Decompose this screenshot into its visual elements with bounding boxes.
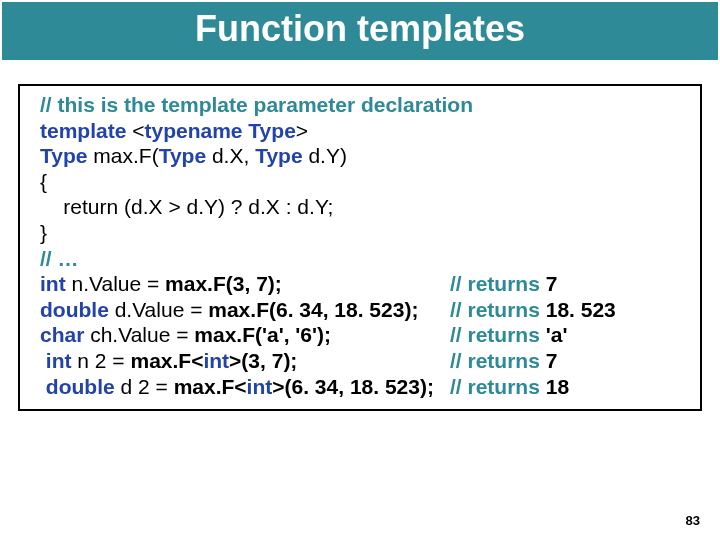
kw-template: template — [40, 119, 126, 142]
brace-close: } — [40, 221, 47, 244]
call-1: max.F(3, 7); — [165, 272, 282, 295]
call-5c: >(6. 34, 18. 523); — [272, 375, 434, 398]
call-2: max.F(6. 34, 18. 523); — [208, 298, 418, 321]
param1-type: Type — [159, 144, 206, 167]
kw-double-1: double — [40, 298, 109, 321]
var-d2: d 2 = — [115, 375, 174, 398]
ret3-val: 'a' — [546, 323, 568, 346]
comment-declaration: // this is the template parameter declar… — [40, 93, 473, 116]
ret1-pre: // returns — [450, 272, 546, 295]
return-type: Type — [40, 144, 87, 167]
brace-open: { — [40, 170, 47, 193]
call-5b: int — [247, 375, 273, 398]
param2-type: Type — [255, 144, 302, 167]
var-chvalue: ch.Value = — [84, 323, 194, 346]
call-3: max.F('a', '6'); — [194, 323, 331, 346]
kw-char: char — [40, 323, 84, 346]
ret3-pre: // returns — [450, 323, 546, 346]
angle-open: < — [126, 119, 144, 142]
type-param: Type — [243, 119, 296, 142]
ret2-pre: // returns — [450, 298, 546, 321]
kw-int-1: int — [40, 272, 66, 295]
ret2-val: 18. 523 — [546, 298, 616, 321]
ret5-val: 18 — [546, 375, 569, 398]
comment-ellipsis: // … — [40, 247, 79, 270]
var-nvalue: n.Value = — [66, 272, 165, 295]
slide-title: Function templates — [2, 2, 718, 60]
call-4b: int — [203, 349, 229, 372]
kw-typename: typename — [144, 119, 242, 142]
ret4-pre: // returns — [450, 349, 546, 372]
fn-name-open: max.F( — [87, 144, 158, 167]
var-n2: n 2 = — [72, 349, 131, 372]
ret4-val: 7 — [546, 349, 558, 372]
param1-name: d.X, — [206, 144, 255, 167]
call-4c: >(3, 7); — [229, 349, 297, 372]
call-5a: max.F< — [174, 375, 247, 398]
page-number: 83 — [686, 513, 700, 528]
call-4a: max.F< — [130, 349, 203, 372]
kw-double-2: double — [46, 375, 115, 398]
var-dvalue: d.Value = — [109, 298, 208, 321]
angle-close: > — [296, 119, 308, 142]
ret5-pre: // returns — [450, 375, 546, 398]
ret1-val: 7 — [546, 272, 558, 295]
param2-close: d.Y) — [303, 144, 347, 167]
return-statement: return (d.X > d.Y) ? d.X : d.Y; — [40, 195, 333, 218]
code-block: // this is the template parameter declar… — [18, 84, 702, 411]
kw-int-2: int — [46, 349, 72, 372]
